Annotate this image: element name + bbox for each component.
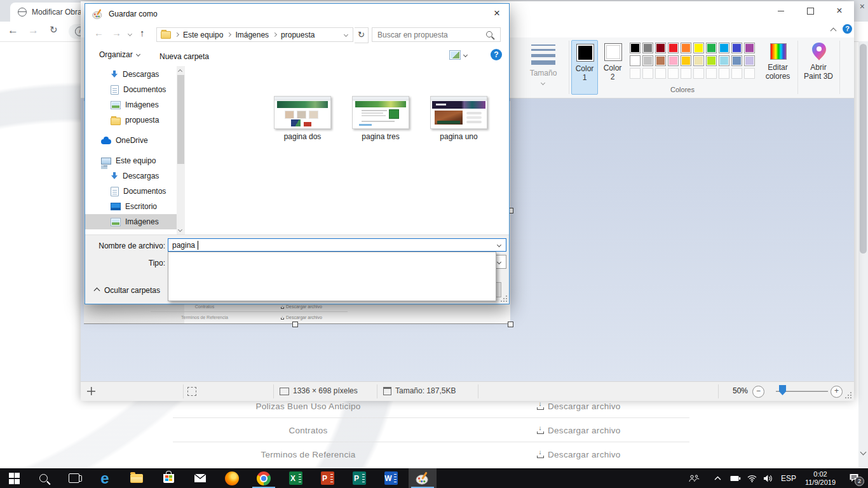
task-view-button[interactable] (60, 468, 88, 488)
filename-dropdown-icon[interactable] (497, 243, 501, 247)
file-item[interactable]: pagina tres (352, 96, 409, 141)
refresh-button[interactable]: ↻ (355, 27, 369, 43)
help-icon[interactable]: ? (843, 24, 852, 34)
taskbar-powerpoint-button[interactable]: P (313, 468, 341, 488)
size-button[interactable]: Tamaño (521, 41, 566, 94)
browser-reload-icon[interactable]: ↻ (50, 24, 58, 36)
hide-folders-button[interactable]: Ocultar carpetas (95, 286, 160, 295)
taskbar-mail-button[interactable] (186, 468, 214, 488)
breadcrumb-item[interactable]: Este equipo (183, 30, 223, 39)
taskbar-publisher-button[interactable]: P (345, 468, 373, 488)
wifi-icon[interactable] (744, 468, 759, 488)
download-link[interactable]: Descargar archivo (537, 426, 621, 435)
scrollbar-thumb[interactable] (177, 75, 184, 164)
recent-locations-icon[interactable] (128, 32, 132, 36)
palette-color[interactable] (731, 43, 742, 53)
palette-color[interactable] (642, 43, 653, 53)
file-item[interactable]: pagina dos (274, 96, 331, 141)
palette-color[interactable] (668, 43, 679, 53)
palette-color[interactable] (655, 55, 666, 66)
palette-color[interactable] (693, 43, 704, 53)
sidebar-item-este-equipo[interactable]: Este equipo (85, 153, 185, 168)
zoom-in-button[interactable]: + (831, 386, 843, 398)
palette-empty-slot[interactable] (668, 68, 679, 79)
palette-empty-slot[interactable] (744, 68, 755, 79)
zoom-out-button[interactable]: − (752, 386, 764, 398)
browser-forward-icon[interactable]: → (28, 24, 39, 37)
minimize-button[interactable] (766, 1, 796, 20)
dialog-resize-grip[interactable] (499, 294, 507, 302)
palette-color[interactable] (693, 55, 704, 66)
resize-handle[interactable] (508, 322, 513, 327)
browser-back-icon[interactable]: ← (8, 24, 18, 37)
palette-color[interactable] (681, 55, 691, 66)
breadcrumb[interactable]: Este equipo Imágenes propuesta (156, 27, 353, 42)
palette-empty-slot[interactable] (630, 68, 641, 79)
organize-button[interactable]: Organizar (99, 50, 140, 59)
filename-autocomplete-panel[interactable] (168, 252, 496, 301)
palette-color[interactable] (630, 43, 641, 53)
up-icon[interactable]: ↑ (140, 27, 145, 38)
sidebar-scrollbar[interactable] (177, 66, 185, 234)
palette-empty-slot[interactable] (719, 68, 729, 79)
taskbar-excel-button[interactable]: X (281, 468, 309, 488)
palette-color[interactable] (744, 55, 755, 66)
new-folder-button[interactable]: Nueva carpeta (159, 50, 209, 62)
palette-empty-slot[interactable] (706, 68, 717, 79)
taskbar-firefox-button[interactable] (218, 468, 246, 488)
palette-empty-slot[interactable] (642, 68, 653, 79)
taskbar-word-button[interactable]: W (377, 468, 405, 488)
download-link[interactable]: Descargar archivo (537, 402, 621, 411)
dialog-title-bar[interactable]: Guardar como × (85, 4, 509, 24)
palette-color[interactable] (719, 55, 729, 66)
clock[interactable]: 0:02 11/9/2019 (799, 468, 841, 488)
palette-empty-slot[interactable] (731, 68, 742, 79)
sidebar-item-documentos-pinned[interactable]: Documentos (85, 82, 185, 97)
palette-empty-slot[interactable] (655, 68, 666, 79)
palette-color[interactable] (681, 43, 691, 53)
palette-color[interactable] (668, 55, 679, 66)
resize-handle[interactable] (292, 322, 298, 327)
zoom-slider-thumb[interactable] (779, 385, 786, 395)
close-button[interactable]: × (825, 1, 854, 20)
language-indicator[interactable]: ESP (778, 468, 799, 488)
sidebar-item-imagenes-pinned[interactable]: Imágenes (85, 97, 185, 112)
palette-color[interactable] (630, 55, 641, 66)
taskbar-chrome-button[interactable] (250, 468, 278, 488)
back-icon[interactable]: ← (94, 27, 104, 38)
forward-icon[interactable]: → (112, 27, 121, 38)
taskbar-paint-button[interactable] (409, 468, 437, 488)
start-button[interactable] (0, 468, 28, 488)
sidebar-item-escritorio[interactable]: Escritorio (85, 199, 185, 214)
download-link[interactable]: Descargar archivo (537, 450, 621, 459)
breadcrumb-item[interactable]: Imágenes (235, 30, 269, 39)
palette-color[interactable] (706, 55, 717, 66)
breadcrumb-dropdown-icon[interactable] (344, 32, 348, 37)
palette-color[interactable] (655, 43, 666, 53)
taskbar-edge-button[interactable]: e (91, 468, 119, 488)
sidebar-item-descargas[interactable]: Descargas (85, 168, 185, 184)
window-resize-grip[interactable] (844, 391, 851, 398)
palette-color[interactable] (744, 43, 755, 53)
palette-color[interactable] (719, 43, 729, 53)
search-icon[interactable] (486, 31, 492, 37)
ribbon-collapse-icon[interactable] (831, 28, 837, 34)
scrollbar-thumb[interactable] (860, 44, 867, 254)
browser-close-icon[interactable]: × (860, 1, 865, 11)
people-icon[interactable] (686, 468, 702, 488)
palette-color[interactable] (706, 43, 717, 53)
palette-empty-slot[interactable] (681, 68, 691, 79)
sidebar-item-propuesta[interactable]: propuesta (85, 112, 185, 128)
scroll-up-icon[interactable] (178, 69, 182, 74)
filename-input[interactable]: pagina (168, 238, 506, 252)
taskbar-explorer-button[interactable] (123, 468, 151, 488)
breadcrumb-item[interactable]: propuesta (281, 30, 315, 39)
action-center-button[interactable]: 2 (843, 468, 865, 488)
search-box[interactable]: Buscar en propuesta (372, 27, 501, 42)
sidebar-item-descargas-pinned[interactable]: Descargas (85, 67, 185, 82)
file-item[interactable]: pagina uno (430, 96, 487, 141)
battery-icon[interactable] (728, 468, 743, 488)
maximize-button[interactable] (796, 1, 825, 20)
scrollbar-down-arrow[interactable] (860, 449, 867, 456)
sidebar-item-onedrive[interactable]: OneDrive (85, 133, 185, 148)
